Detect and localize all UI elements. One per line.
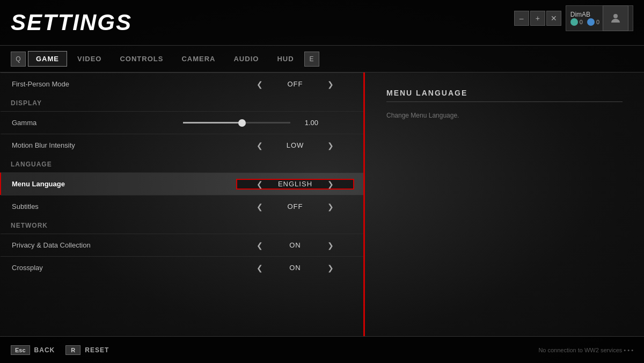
setting-control-firstperson: ❮ OFF ❯ [236, 80, 354, 89]
currency-row: 0 0 [570, 18, 599, 26]
arrow-left-menulanguage[interactable]: ❮ [254, 180, 265, 188]
setting-row-subtitles: Subtitles ❮ OFF ❯ [0, 195, 365, 217]
setting-name-firstperson: First-Person Mode [12, 80, 236, 88]
setting-row-motionblur: Motion Blur Intensity ❮ LOW ❯ [0, 134, 365, 156]
page-wrapper: SETTINGS – + ✕ DimAB 0 [0, 0, 644, 363]
cod-blue-value: 0 [596, 19, 599, 25]
info-panel: MENU LANGUAGE Change Menu Language. [365, 72, 644, 336]
arrow-left-subtitles[interactable]: ❮ [254, 202, 265, 211]
tab-e[interactable]: E [304, 52, 319, 67]
nav-btn-minus[interactable]: – [514, 11, 529, 26]
setting-value-privacy: ON [274, 241, 317, 249]
bottom-bar: Esc BACK R RESET No connection to WW2 se… [0, 336, 644, 363]
setting-row-crossplay: Crossplay ❮ ON ❯ [0, 256, 365, 279]
status-text: No connection to WW2 services • • • [538, 347, 633, 353]
red-accent-bar [363, 72, 365, 336]
setting-control-menulanguage: ❮ ENGLISH ❯ [236, 179, 354, 190]
arrow-left-crossplay[interactable]: ❮ [254, 264, 265, 272]
cod-green-value: 0 [580, 19, 583, 25]
top-right-panel: – + ✕ DimAB 0 0 [514, 5, 633, 31]
key-esc: Esc [11, 345, 30, 355]
top-bar: SETTINGS – + ✕ DimAB 0 [0, 0, 644, 46]
tab-game[interactable]: GAME [28, 51, 67, 67]
arrow-right-menulanguage[interactable]: ❯ [325, 180, 336, 188]
setting-value-motionblur: LOW [274, 141, 317, 149]
setting-name-gamma: Gamma [12, 119, 183, 127]
tab-q[interactable]: Q [11, 52, 26, 67]
nav-btn-close[interactable]: ✕ [546, 11, 561, 26]
setting-control-privacy: ❮ ON ❯ [236, 241, 354, 250]
svg-point-0 [613, 14, 618, 18]
arrow-left-motionblur[interactable]: ❮ [254, 141, 265, 150]
slider-value-gamma: 1.00 [297, 119, 318, 127]
section-display: Display [0, 95, 365, 111]
arrow-right-crossplay[interactable]: ❯ [325, 264, 336, 272]
key-r: R [65, 345, 80, 355]
main-content: First-Person Mode ❮ OFF ❯ Display Gamma … [0, 72, 644, 336]
setting-row-menulanguage[interactable]: Menu Language ❮ ENGLISH ❯ [0, 172, 365, 195]
currency-cp: 0 [587, 18, 599, 26]
slider-fill-gamma [183, 122, 242, 124]
arrow-left-firstperson[interactable]: ❮ [254, 80, 265, 89]
tab-audio[interactable]: AUDIO [225, 51, 267, 67]
setting-name-subtitles: Subtitles [12, 202, 236, 210]
arrow-right-firstperson[interactable]: ❯ [325, 80, 336, 89]
tab-controls[interactable]: CONTROLS [112, 51, 171, 67]
username-label: DimAB [570, 11, 599, 18]
slider-track-gamma[interactable] [183, 122, 290, 124]
tab-camera[interactable]: CAMERA [173, 51, 223, 67]
setting-control-subtitles: ❮ OFF ❯ [236, 202, 354, 211]
tab-video[interactable]: VIDEO [69, 51, 109, 67]
setting-name-motionblur: Motion Blur Intensity [12, 141, 236, 149]
setting-row-privacy: Privacy & Data Collection ❮ ON ❯ [0, 234, 365, 256]
page-title: SETTINGS [11, 10, 132, 35]
label-reset: RESET [85, 346, 109, 354]
nav-btn-plus[interactable]: + [530, 11, 545, 26]
action-reset[interactable]: R RESET [65, 345, 109, 355]
setting-control-motionblur: ❮ LOW ❯ [236, 141, 354, 150]
setting-row-gamma: Gamma 1.00 [0, 111, 365, 134]
setting-control-crossplay: ❮ ON ❯ [236, 264, 354, 272]
user-panel: DimAB 0 0 [566, 5, 633, 31]
setting-value-subtitles: OFF [274, 202, 317, 210]
slider-container-gamma: 1.00 [183, 119, 354, 127]
setting-row-firstperson: First-Person Mode ❮ OFF ❯ [0, 72, 365, 95]
settings-panel: First-Person Mode ❮ OFF ❯ Display Gamma … [0, 72, 365, 336]
setting-value-crossplay: ON [274, 264, 317, 272]
label-back: BACK [34, 346, 55, 354]
setting-value-menulanguage: ENGLISH [274, 180, 317, 188]
cod-green-icon [570, 18, 578, 26]
arrow-right-subtitles[interactable]: ❯ [325, 202, 336, 211]
slider-thumb-gamma[interactable] [238, 119, 246, 127]
nav-buttons: – + ✕ [514, 11, 561, 26]
tabs-bar: Q GAME VIDEO CONTROLS CAMERA AUDIO HUD E [0, 46, 644, 72]
info-title: MENU LANGUAGE [386, 89, 623, 102]
section-language: Language [0, 156, 365, 172]
arrow-left-privacy[interactable]: ❮ [254, 241, 265, 250]
arrow-right-privacy[interactable]: ❯ [325, 241, 336, 250]
arrow-right-motionblur[interactable]: ❯ [325, 141, 336, 150]
info-description: Change Menu Language. [386, 111, 623, 121]
section-network: Network [0, 217, 365, 234]
tab-hud[interactable]: HUD [269, 51, 302, 67]
cod-blue-icon [587, 18, 595, 26]
action-back[interactable]: Esc BACK [11, 345, 55, 355]
setting-name-menulanguage: Menu Language [12, 180, 236, 188]
setting-name-privacy: Privacy & Data Collection [12, 241, 236, 249]
setting-value-firstperson: OFF [274, 80, 317, 88]
avatar [603, 5, 628, 31]
currency-cod: 0 [570, 18, 583, 26]
setting-name-crossplay: Crossplay [12, 264, 236, 272]
